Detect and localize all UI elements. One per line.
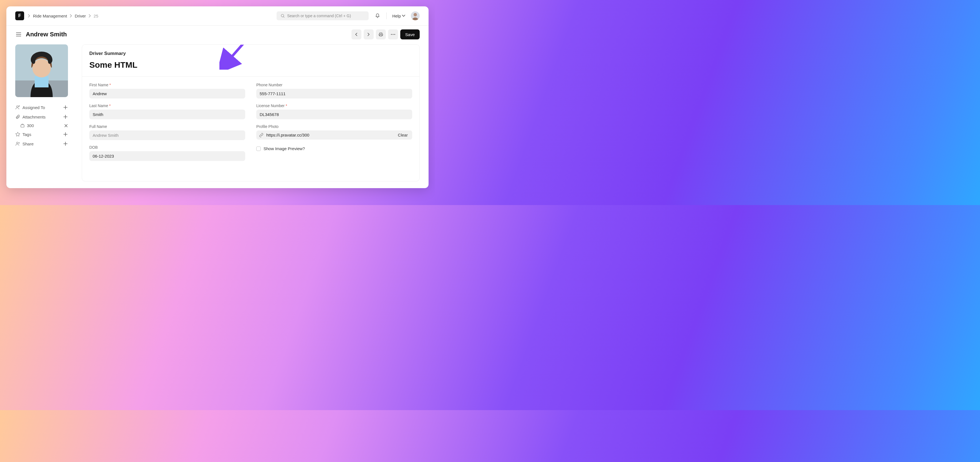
share-icon [15, 141, 20, 146]
add-share[interactable] [63, 141, 68, 146]
add-tag[interactable] [63, 132, 68, 137]
more-button[interactable] [388, 29, 398, 40]
license-field: License Number * [256, 104, 412, 119]
clear-photo-button[interactable]: Clear [396, 132, 409, 138]
user-avatar[interactable] [411, 11, 420, 20]
dob-input[interactable] [89, 151, 245, 161]
svg-point-10 [32, 59, 51, 77]
svg-rect-13 [21, 124, 24, 127]
chevron-left-icon [355, 33, 358, 36]
share-row: Share [15, 139, 68, 148]
help-button[interactable]: Help [391, 14, 407, 18]
page-header: Andrew Smith Save [6, 25, 428, 42]
full-name-field: Full Name [89, 124, 245, 140]
svg-point-4 [391, 34, 392, 35]
form-grid: First Name * Phone Number Last Name * Li… [82, 76, 419, 167]
bell-icon [375, 13, 380, 18]
phone-field: Phone Number [256, 83, 412, 99]
page-title: Andrew Smith [26, 31, 67, 38]
menu-icon [16, 32, 21, 37]
phone-input[interactable] [256, 89, 412, 99]
printer-icon [379, 32, 383, 37]
profile-photo-url: https://i.pravatar.cc/300 [266, 133, 393, 137]
last-name-input[interactable] [89, 110, 245, 119]
svg-point-0 [281, 14, 284, 17]
topbar: F Ride Management Driver 25 Search or ty… [6, 6, 428, 25]
phone-label: Phone Number [256, 83, 412, 87]
show-preview-field: Show Image Preview? [256, 145, 412, 161]
svg-point-14 [17, 142, 18, 144]
search-placeholder: Search or type a command (Ctrl + G) [287, 14, 351, 18]
svg-point-5 [393, 34, 393, 35]
profile-photo-label: Profile Photo [256, 124, 412, 129]
svg-rect-3 [380, 35, 382, 36]
svg-point-11 [17, 106, 18, 107]
svg-point-6 [394, 34, 395, 35]
dob-label: DOB [89, 145, 245, 150]
chevron-right-icon [28, 14, 30, 18]
svg-point-2 [414, 13, 417, 16]
link-icon [259, 133, 264, 137]
attachments-row: Attachments [15, 112, 68, 121]
full-name-label: Full Name [89, 124, 245, 129]
full-name-input[interactable] [89, 131, 245, 140]
last-name-label: Last Name * [89, 104, 245, 108]
license-label: License Number * [256, 104, 412, 108]
profile-photo-field: Profile Photo https://i.pravatar.cc/300 … [256, 124, 412, 140]
card-heading: Some HTML [89, 60, 412, 70]
attachment-name: 300 [27, 123, 34, 128]
add-attachment[interactable] [63, 114, 68, 119]
help-label: Help [392, 14, 401, 18]
briefcase-icon [20, 123, 25, 128]
share-label: Share [22, 142, 33, 146]
star-icon [15, 132, 20, 137]
chevron-right-icon [368, 33, 370, 36]
save-button[interactable]: Save [400, 29, 420, 40]
last-name-field: Last Name * [89, 104, 245, 119]
avatar-icon [411, 11, 420, 20]
tags-row: Tags [15, 130, 68, 139]
breadcrumb-id: 25 [94, 14, 99, 18]
remove-attachment[interactable] [64, 124, 68, 127]
app-logo[interactable]: F [15, 11, 24, 20]
assigned-to-row: Assigned To [15, 103, 68, 112]
next-button[interactable] [364, 29, 374, 40]
profile-photo-image [15, 45, 68, 97]
first-name-field: First Name * [89, 83, 245, 99]
assigned-to-icon [15, 105, 20, 110]
page-body: Assigned To Attachments 300 Tags Share [6, 42, 428, 188]
profile-photo[interactable] [15, 45, 68, 97]
chevron-right-icon [89, 14, 91, 18]
sidebar: Assigned To Attachments 300 Tags Share [15, 45, 68, 182]
app-window: F Ride Management Driver 25 Search or ty… [6, 6, 428, 188]
breadcrumb-ride-management[interactable]: Ride Management [33, 14, 67, 18]
attachment-item[interactable]: 300 [15, 121, 68, 130]
dob-field: DOB [89, 145, 245, 161]
profile-photo-input[interactable]: https://i.pravatar.cc/300 Clear [256, 131, 412, 140]
page-actions: Save [352, 29, 420, 40]
add-assigned-to[interactable] [63, 105, 68, 110]
assigned-to-label: Assigned To [22, 105, 45, 110]
first-name-input[interactable] [89, 89, 245, 99]
breadcrumb: Ride Management Driver 25 [28, 14, 98, 18]
form-card: Driver Summary Some HTML First Name * Ph… [82, 45, 420, 182]
svg-rect-9 [35, 76, 49, 88]
search-input[interactable]: Search or type a command (Ctrl + G) [277, 11, 369, 20]
attachments-label: Attachments [22, 115, 46, 119]
license-input[interactable] [256, 110, 412, 119]
print-button[interactable] [376, 29, 386, 40]
show-preview-checkbox[interactable] [256, 147, 261, 151]
tags-label: Tags [22, 132, 31, 137]
chevron-down-icon [402, 15, 405, 17]
more-icon [391, 34, 395, 35]
search-icon [280, 14, 285, 18]
notifications-button[interactable] [372, 11, 382, 21]
prev-button[interactable] [352, 29, 361, 40]
section-title: Driver Summary [89, 51, 412, 56]
chevron-right-icon [70, 14, 72, 18]
show-preview-label: Show Image Preview? [264, 146, 305, 151]
logo-letter: F [18, 13, 21, 18]
sidebar-toggle[interactable] [15, 31, 22, 38]
first-name-label: First Name * [89, 83, 245, 87]
breadcrumb-driver[interactable]: Driver [75, 14, 86, 18]
